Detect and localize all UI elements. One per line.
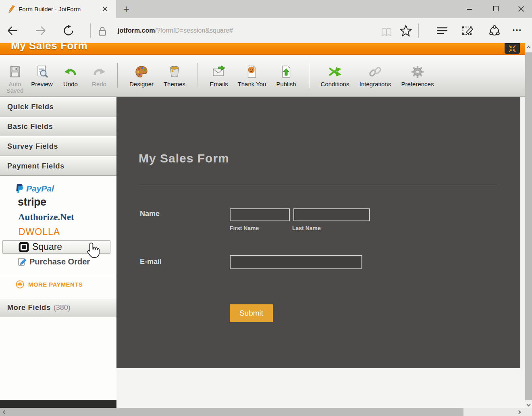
section-label: Survey Fields <box>7 142 58 151</box>
toolbar-preview-button[interactable]: Preview <box>29 64 55 87</box>
payment-label: DWOLLA <box>19 227 60 237</box>
back-button[interactable] <box>6 25 19 37</box>
url-path: /?formID=session&square# <box>155 27 233 34</box>
sidebar-section-survey-fields[interactable]: Survey Fields <box>0 137 116 156</box>
sidebar-footer-strip <box>0 400 116 408</box>
palette-icon <box>134 64 149 79</box>
last-name-sublabel: Last Name <box>292 225 321 231</box>
more-payments-cloud-icon <box>16 280 24 289</box>
refresh-button[interactable] <box>62 25 75 37</box>
section-label: More Fields <box>7 304 51 312</box>
section-label: Basic Fields <box>7 123 53 131</box>
email-input[interactable] <box>230 255 362 269</box>
submit-button[interactable]: Submit <box>230 304 273 322</box>
navigation-bar: jotform.com/?formID=session&square# ••• <box>0 18 532 43</box>
payment-label: stripe <box>18 196 46 208</box>
paypal-logo-icon <box>15 183 24 194</box>
maximize-button[interactable] <box>487 0 505 18</box>
collapse-toolbar-button[interactable] <box>505 43 520 54</box>
form-header-title: My Sales Form <box>11 43 87 52</box>
tab-close-icon[interactable] <box>102 6 108 12</box>
toolbar-themes-button[interactable]: Themes <box>162 64 187 87</box>
horizontal-scrollbar[interactable] <box>0 408 525 416</box>
toolbar-preferences-button[interactable]: Preferences <box>398 64 437 87</box>
tab-title: Form Builder · JotForm <box>19 6 81 12</box>
share-icon[interactable] <box>488 25 501 37</box>
canvas-gutter <box>520 97 525 368</box>
purchase-order-icon <box>18 257 27 266</box>
jotform-favicon-icon <box>6 4 15 14</box>
email-field-label: E-mail <box>140 258 162 266</box>
forward-button[interactable] <box>35 25 47 37</box>
horizontal-scrollbar-thumb[interactable] <box>0 408 463 416</box>
collapse-arrows-icon <box>508 45 516 53</box>
payment-item-purchase-order[interactable]: Purchase Order <box>18 257 90 266</box>
more-actions-button[interactable]: ••• <box>513 27 522 33</box>
minimize-button[interactable] <box>460 0 479 18</box>
sidebar-section-more-fields[interactable]: More Fields (380) <box>0 298 116 317</box>
toolbar-conditions-button[interactable]: Conditions <box>319 64 351 87</box>
hub-icon[interactable] <box>436 25 448 37</box>
scroll-right-button[interactable] <box>515 408 522 416</box>
more-payments-label: MORE PAYMENTS <box>28 281 83 288</box>
toolbar-divider <box>117 63 118 88</box>
payment-item-stripe[interactable]: stripe <box>18 196 46 208</box>
sidebar-section-basic-fields[interactable]: Basic Fields <box>0 117 116 136</box>
save-floppy-icon <box>8 64 22 79</box>
toolbar-divider <box>309 63 309 88</box>
browser-tab[interactable]: Form Builder · JotForm <box>0 0 116 18</box>
toolbar-publish-button[interactable]: Publish <box>274 64 298 87</box>
toolbar-designer-button[interactable]: Designer <box>128 64 155 87</box>
thank-you-page-icon <box>245 64 259 79</box>
toolbar-integrations-button[interactable]: Integrations <box>357 64 393 87</box>
scrollbar-corner <box>525 408 532 416</box>
form-header-bar: My Sales Form <box>0 43 525 55</box>
nav-divider <box>418 23 419 38</box>
payment-label: Square <box>32 241 62 252</box>
payment-item-authorize-net[interactable]: Authorize.Net <box>18 212 74 223</box>
more-payments-button[interactable]: MORE PAYMENTS <box>16 280 83 289</box>
redo-icon <box>92 64 106 79</box>
paint-bucket-icon <box>167 64 182 79</box>
sidebar-section-quick-fields[interactable]: Quick Fields <box>0 98 116 116</box>
sidebar-section-payment-fields[interactable]: Payment Fields <box>0 157 116 176</box>
close-window-button[interactable] <box>512 0 530 18</box>
reading-view-icon[interactable] <box>380 26 393 38</box>
auto-saved-status: Auto Saved <box>3 64 27 94</box>
scroll-up-button[interactable] <box>525 43 532 52</box>
url-host: jotform.com <box>118 27 155 34</box>
vertical-scrollbar-thumb[interactable] <box>525 52 532 400</box>
toolbar-redo-button[interactable]: Redo <box>87 64 111 87</box>
more-fields-count: (380) <box>54 304 71 312</box>
section-label: Quick Fields <box>7 103 54 111</box>
address-bar[interactable]: jotform.com/?formID=session&square# <box>118 27 233 34</box>
scroll-left-button[interactable] <box>1 408 8 416</box>
name-field-label: Name <box>140 210 160 218</box>
hand-cursor <box>87 242 100 258</box>
publish-page-icon <box>279 64 293 79</box>
sidebar-divider <box>0 276 116 276</box>
first-name-input[interactable] <box>230 208 290 221</box>
first-name-sublabel: First Name <box>230 225 259 231</box>
page-background <box>116 368 525 408</box>
toolbar-thank-you-button[interactable]: Thank You <box>235 64 269 87</box>
new-tab-button[interactable]: + <box>121 4 131 15</box>
form-canvas: My Sales Form Name First Name Last Name … <box>116 97 520 368</box>
form-title-divider <box>139 185 498 185</box>
section-label: Payment Fields <box>7 162 64 171</box>
toolbar-undo-button[interactable]: Undo <box>59 64 82 87</box>
payment-label: PayPal <box>26 184 54 193</box>
square-logo-icon <box>19 242 29 252</box>
payment-item-paypal[interactable]: PayPal <box>15 183 54 194</box>
web-note-icon[interactable] <box>462 25 474 37</box>
tab-bar: Form Builder · JotForm + <box>0 0 532 18</box>
toolbar-emails-button[interactable]: Emails <box>208 64 230 87</box>
vertical-scrollbar[interactable] <box>525 43 532 408</box>
favorites-star-icon[interactable] <box>400 25 412 37</box>
form-title[interactable]: My Sales Form <box>139 152 229 165</box>
nav-divider <box>90 23 91 38</box>
scroll-down-button[interactable] <box>525 401 532 408</box>
payment-item-dwolla[interactable]: DWOLLA <box>19 227 60 237</box>
payment-label: Purchase Order <box>29 257 90 266</box>
last-name-input[interactable] <box>293 208 370 221</box>
